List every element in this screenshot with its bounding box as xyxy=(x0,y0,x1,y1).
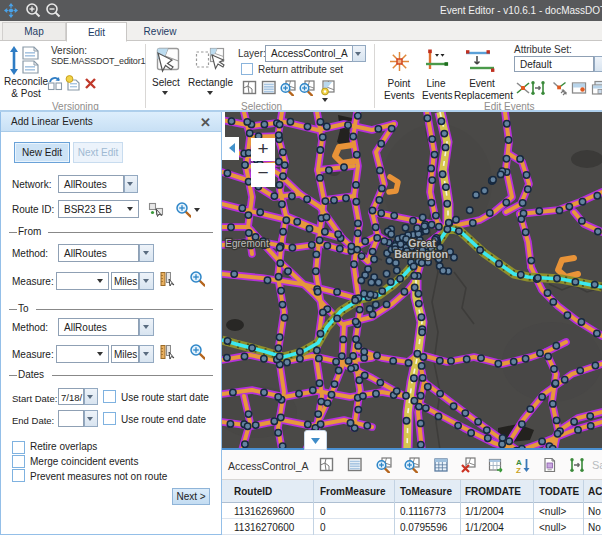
svg-text:Barrington: Barrington xyxy=(394,248,448,260)
svg-text:Z: Z xyxy=(516,466,521,474)
svg-text:Egremont: Egremont xyxy=(225,238,269,249)
